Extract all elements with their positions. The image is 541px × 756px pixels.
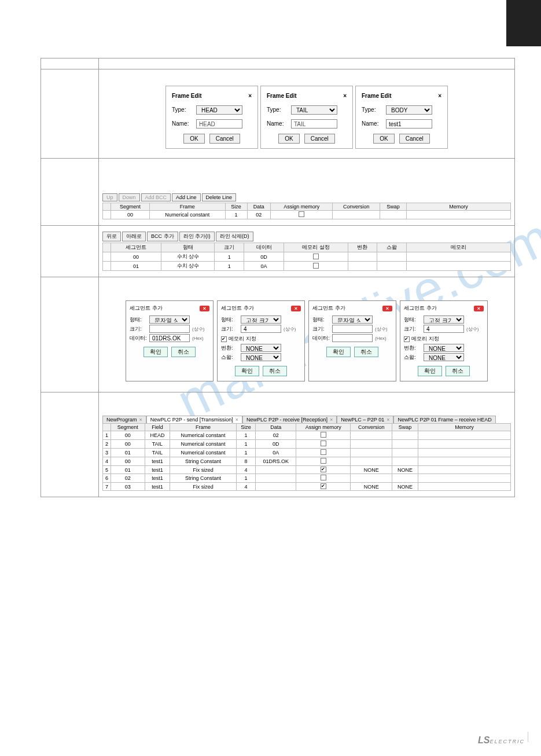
type-select[interactable]: BODY	[386, 105, 432, 115]
name-input[interactable]	[386, 119, 432, 129]
add-bcc-button[interactable]: Add BCC	[141, 193, 171, 201]
ok-button[interactable]: 확인	[326, 347, 351, 357]
footer-logo: LSELECTRIC	[478, 735, 525, 746]
ok-button[interactable]: OK	[183, 134, 204, 144]
table-row[interactable]: 00수치 상수10D	[103, 252, 511, 262]
table-block1: Segment Frame Size Data Assign memory Co…	[102, 203, 511, 219]
seg-type-select[interactable]: 고정 크기 변수	[424, 315, 464, 324]
seg-type-select[interactable]: 고정 크기 변수	[241, 315, 281, 324]
close-icon[interactable]: ×	[235, 417, 238, 423]
tab-receive-head[interactable]: NewPLC P2P 01 Frame – receive HEAD	[393, 416, 495, 423]
cancel-button[interactable]: 취소	[171, 347, 196, 357]
seg-data-input[interactable]	[332, 334, 373, 342]
dialog-title: Frame Edit	[172, 91, 202, 101]
corner-tab	[506, 0, 541, 46]
cancel-button[interactable]: Cancel	[399, 134, 430, 144]
segment-add-3: 세그먼트 추가× 형태:문자열 상수 크기:(상수) 데이터:(Hex) 확인취…	[308, 300, 396, 381]
assign-checkbox[interactable]	[313, 254, 319, 259]
seg-size-input[interactable]	[424, 325, 464, 333]
table-row[interactable]: 100HEADNumerical constant102	[103, 431, 511, 440]
segment-add-row: 세그먼트 추가× 형태:문자열 상수 크기:(상수) 데이터:(Hex) 확인취…	[102, 283, 511, 386]
seg-size-input[interactable]	[332, 325, 373, 333]
cancel-button[interactable]: 취소	[263, 366, 287, 376]
footer-divider	[528, 732, 528, 742]
segment-add-1: 세그먼트 추가× 형태:문자열 상수 크기:(상수) 데이터:(Hex) 확인취…	[126, 300, 214, 381]
up-button[interactable]: Up	[102, 193, 117, 201]
tab-p2p01[interactable]: NewPLC – P2P 01×	[337, 416, 393, 423]
name-input	[291, 119, 337, 129]
assign-memory-checkbox[interactable]	[404, 336, 410, 342]
tab-newprogram[interactable]: NewProgram×	[102, 416, 146, 423]
cancel-button[interactable]: Cancel	[304, 134, 335, 144]
table-block2: 세그먼트 형태 크기 데이터 메모리 설정 변환 스왑 메모리 00수치 상수1…	[102, 243, 511, 271]
swap-select[interactable]: NONE	[241, 353, 281, 361]
frame-edit-row: Frame Edit× Type:HEAD Name: OKCancel Fra…	[102, 75, 511, 152]
close-icon[interactable]: ×	[474, 306, 484, 311]
close-icon[interactable]: ×	[343, 91, 347, 101]
seg-size-input[interactable]	[241, 325, 281, 333]
table-row[interactable]: 301TAILNumerical constant10A	[103, 449, 511, 457]
close-icon[interactable]: ×	[139, 417, 142, 423]
seg-type-select[interactable]: 문자열 상수	[149, 315, 190, 324]
add-bcc-button[interactable]: BCC 추가	[147, 232, 178, 241]
assign-checkbox[interactable]	[321, 483, 326, 489]
seg-size-input[interactable]	[149, 325, 190, 333]
delete-line-button[interactable]: Delete Line	[202, 193, 237, 201]
assign-checkbox[interactable]	[321, 441, 326, 446]
assign-checkbox[interactable]	[321, 449, 326, 455]
name-input	[196, 119, 242, 129]
cancel-button[interactable]: 취소	[446, 366, 470, 376]
conv-select[interactable]: NONE	[241, 344, 281, 352]
assign-checkbox[interactable]	[321, 458, 326, 464]
content-frame: Frame Edit× Type:HEAD Name: OKCancel Fra…	[41, 58, 515, 497]
table-row[interactable]: 200TAILNumerical constant10D	[103, 440, 511, 449]
ok-button[interactable]: OK	[373, 134, 394, 144]
ok-button[interactable]: 확인	[143, 347, 168, 357]
cancel-button[interactable]: 취소	[354, 347, 378, 357]
delete-line-button[interactable]: 라인 삭제(D)	[216, 232, 253, 241]
cancel-button[interactable]: Cancel	[209, 134, 240, 144]
close-icon[interactable]: ×	[438, 91, 441, 101]
close-icon[interactable]: ×	[291, 306, 301, 311]
ok-button[interactable]: OK	[278, 134, 299, 144]
toolbar-block1: Up Down Add BCC Add Line Delete Line	[102, 193, 511, 201]
up-button[interactable]: 위로	[102, 232, 121, 241]
table-row[interactable]: 703test1Fix sized4NONENONE	[103, 483, 511, 491]
type-select[interactable]: TAIL	[291, 105, 337, 115]
tab-send[interactable]: NewPLC P2P - send [Transmission]×	[146, 416, 242, 423]
down-button[interactable]: 아래로	[122, 232, 146, 241]
table-row[interactable]: 602test1String Constant1	[103, 474, 511, 483]
table-row[interactable]: 00 Numerical constant 1 02	[103, 211, 511, 219]
down-button[interactable]: Down	[119, 193, 140, 201]
assign-memory-checkbox[interactable]	[221, 336, 227, 342]
add-line-button[interactable]: 라인 추가(I)	[179, 232, 215, 241]
assign-checkbox[interactable]	[321, 432, 326, 438]
close-icon[interactable]: ×	[200, 306, 209, 311]
big-table: Segment Field Frame Size Data Assign mem…	[102, 423, 511, 491]
assign-checkbox[interactable]	[321, 475, 326, 480]
table-row[interactable]: 01수치 상수10A	[103, 262, 511, 271]
tab-bar: NewProgram× NewPLC P2P - send [Transmiss…	[102, 416, 511, 423]
ok-button[interactable]: 확인	[418, 366, 442, 376]
frame-edit-tail: Frame Edit× Type:TAIL Name: OKCancel	[260, 86, 353, 149]
table-row[interactable]: 400test1String Constant801DRS.OK	[103, 457, 511, 466]
table-row[interactable]: 501test1Fix sized4NONENONE	[103, 466, 511, 474]
seg-type-select[interactable]: 문자열 상수	[332, 315, 373, 324]
toolbar-block2: 위로 아래로 BCC 추가 라인 추가(I) 라인 삭제(D)	[102, 232, 511, 241]
frame-edit-body: Frame Edit× Type:BODY Name: OKCancel	[355, 86, 448, 149]
segment-add-4: 세그먼트 추가× 형태:고정 크기 변수 크기:(상수) 메모리 지정 변환:N…	[400, 300, 488, 381]
swap-select[interactable]: NONE	[424, 353, 464, 361]
close-icon[interactable]: ×	[382, 306, 392, 311]
close-icon[interactable]: ×	[387, 417, 389, 423]
assign-checkbox[interactable]	[321, 467, 326, 472]
assign-checkbox[interactable]	[313, 263, 319, 269]
add-line-button[interactable]: Add Line	[172, 193, 201, 201]
conv-select[interactable]: NONE	[424, 344, 464, 352]
close-icon[interactable]: ×	[330, 417, 333, 423]
close-icon[interactable]: ×	[248, 91, 252, 101]
assign-checkbox[interactable]	[299, 211, 304, 217]
tab-receive[interactable]: NewPLC P2P - receive [Reception]×	[242, 416, 337, 423]
ok-button[interactable]: 확인	[235, 366, 259, 376]
seg-data-input[interactable]	[149, 334, 190, 342]
type-select[interactable]: HEAD	[196, 105, 242, 115]
